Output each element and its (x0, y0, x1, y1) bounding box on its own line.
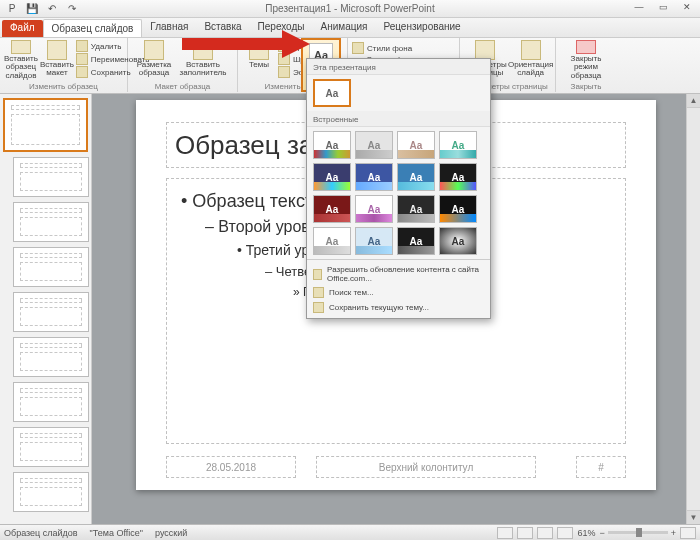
status-theme-name: "Тема Office" (90, 528, 143, 538)
theme-thumbnail[interactable]: Aa (355, 163, 393, 191)
theme-thumbnail[interactable]: Aa (439, 163, 477, 191)
insert-slide-master-button[interactable]: Вставить образец слайдов (4, 40, 38, 80)
save-icon[interactable]: 💾 (24, 2, 40, 16)
ribbon-tabs: Файл Образец слайдов Главная Вставка Пер… (0, 18, 700, 38)
label: Вставить макет (40, 61, 74, 78)
save-current-theme-item[interactable]: Сохранить текущую тему... (307, 300, 490, 315)
undo-icon[interactable]: ↶ (44, 2, 60, 16)
theme-thumbnail[interactable]: Aa (313, 131, 351, 159)
fit-to-window-button[interactable] (680, 527, 696, 539)
themes-gallery-dropdown: Эта презентация Aa Встроенные Aa Aa Aa A… (306, 58, 491, 319)
theme-thumbnail[interactable]: Aa (439, 227, 477, 255)
ribbon-group-close: Закрыть режим образца Закрыть (556, 38, 616, 92)
layout-thumbnail[interactable] (13, 427, 89, 467)
zoom-track[interactable] (608, 531, 668, 534)
scroll-up-icon[interactable]: ▲ (687, 94, 700, 108)
label: Темы (249, 61, 269, 69)
svg-marker-0 (182, 30, 310, 58)
tab-file[interactable]: Файл (2, 20, 43, 37)
theme-thumbnail[interactable]: Aa (439, 195, 477, 223)
layout-thumbnail[interactable] (13, 472, 89, 512)
zoom-thumb[interactable] (636, 528, 642, 537)
label: Вставить заполнитель (178, 61, 228, 78)
gallery-section-this-presentation: Эта презентация (307, 59, 490, 75)
label: Разметка образца (132, 61, 176, 78)
theme-thumbnail[interactable]: Aa (397, 227, 435, 255)
powerpoint-app-icon[interactable]: P (4, 2, 20, 16)
label: Сохранить текущую тему... (329, 303, 429, 312)
close-master-view-button[interactable]: Закрыть режим образца (560, 40, 612, 80)
theme-thumbnail[interactable]: Aa (313, 227, 351, 255)
tab-animation[interactable]: Анимация (312, 18, 375, 37)
group-label: Макет образца (132, 82, 233, 91)
redo-icon[interactable]: ↷ (64, 2, 80, 16)
master-thumbnail[interactable] (3, 98, 88, 152)
gallery-section-builtin: Встроенные (307, 111, 490, 127)
scroll-down-icon[interactable]: ▼ (687, 510, 700, 524)
theme-thumbnail[interactable]: Aa (313, 195, 351, 223)
maximize-button[interactable]: ▭ (652, 2, 674, 15)
ribbon-group-edit-master: Вставить образец слайдов Вставить макет … (0, 38, 128, 92)
theme-thumbnail[interactable]: Aa (355, 195, 393, 223)
footer-placeholder[interactable]: Верхний колонтитул (316, 456, 536, 478)
enable-office-updates-item[interactable]: Разрешить обновление контента с сайта Of… (307, 263, 490, 285)
close-button[interactable]: ✕ (676, 2, 698, 15)
group-label: Изменить образец (4, 82, 123, 91)
slide-orientation-button[interactable]: Ориентация слайда (509, 40, 553, 80)
zoom-level[interactable]: 61% (577, 528, 595, 538)
theme-thumbnail[interactable]: Aa (439, 131, 477, 159)
quick-access-toolbar: P 💾 ↶ ↷ (0, 2, 80, 16)
zoom-in-icon[interactable]: + (671, 528, 676, 538)
vertical-scrollbar[interactable]: ▲ ▼ (686, 94, 700, 524)
reading-view-button[interactable] (537, 527, 553, 539)
layout-thumbnail[interactable] (13, 202, 89, 242)
theme-thumbnail[interactable]: Aa (355, 227, 393, 255)
slideshow-view-button[interactable] (557, 527, 573, 539)
theme-thumbnail[interactable]: Aa (397, 195, 435, 223)
layout-thumbnail[interactable] (13, 157, 89, 197)
window-buttons: — ▭ ✕ (628, 2, 698, 15)
label: Стили фона (367, 44, 412, 53)
slide-number-placeholder[interactable]: # (576, 456, 626, 478)
window-titlebar: P 💾 ↶ ↷ Презентация1 - Microsoft PowerPo… (0, 0, 700, 18)
theme-thumbnail[interactable]: Aa (397, 131, 435, 159)
zoom-slider[interactable]: − + (599, 528, 676, 538)
layout-thumbnail[interactable] (13, 382, 89, 422)
label: Ориентация слайда (508, 61, 553, 78)
layout-thumbnail[interactable] (13, 292, 89, 332)
gallery-footer: Разрешить обновление контента с сайта Of… (307, 259, 490, 318)
label: Удалить (91, 42, 122, 51)
insert-layout-button[interactable]: Вставить макет (40, 40, 74, 80)
master-layout-button[interactable]: Разметка образца (132, 40, 176, 80)
label: Разрешить обновление контента с сайта Of… (327, 265, 484, 283)
layout-thumbnail[interactable] (13, 337, 89, 377)
background-styles-button[interactable]: Стили фона (352, 42, 455, 54)
annotation-arrow-icon (182, 30, 312, 60)
label: Закрыть режим образца (560, 55, 612, 80)
theme-grid: Aa Aa Aa Aa Aa Aa Aa Aa Aa Aa Aa Aa Aa A… (307, 127, 490, 259)
status-language[interactable]: русский (155, 528, 187, 538)
theme-thumbnail[interactable]: Aa (313, 79, 351, 107)
group-label: Закрыть (560, 82, 612, 91)
date-placeholder[interactable]: 28.05.2018 (166, 456, 296, 478)
label: Вставить образец слайдов (4, 55, 38, 80)
layout-thumbnail[interactable] (13, 247, 89, 287)
browse-themes-item[interactable]: Поиск тем... (307, 285, 490, 300)
status-bar: Образец слайдов "Тема Office" русский 61… (0, 524, 700, 540)
status-view-mode: Образец слайдов (4, 528, 78, 538)
window-title: Презентация1 - Microsoft PowerPoint (265, 3, 434, 14)
thumbnail-pane[interactable] (0, 94, 92, 524)
label: Поиск тем... (329, 288, 374, 297)
theme-thumbnail[interactable]: Aa (355, 131, 393, 159)
label: Сохранить (91, 68, 131, 77)
minimize-button[interactable]: — (628, 2, 650, 15)
theme-thumbnail[interactable]: Aa (397, 163, 435, 191)
tab-slide-master[interactable]: Образец слайдов (43, 19, 143, 37)
sorter-view-button[interactable] (517, 527, 533, 539)
normal-view-button[interactable] (497, 527, 513, 539)
tab-review[interactable]: Рецензирование (375, 18, 468, 37)
zoom-out-icon[interactable]: − (599, 528, 604, 538)
theme-thumbnail[interactable]: Aa (313, 163, 351, 191)
